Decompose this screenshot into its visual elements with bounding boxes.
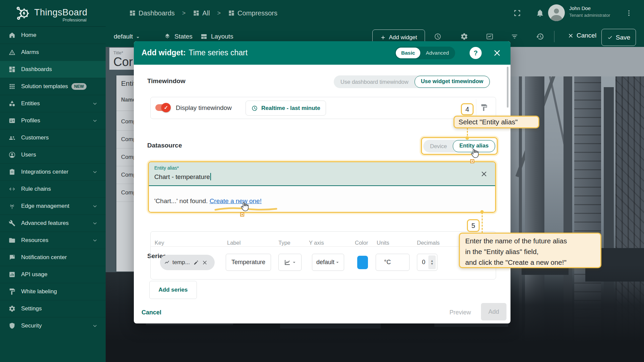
sidebar-item-solution-templates[interactable]: Solution templatesNEW: [0, 78, 106, 95]
dimmed-widget-area: [511, 47, 644, 76]
caret-down-icon: [335, 260, 340, 265]
sidebar-item-white-labeling[interactable]: White labeling: [0, 283, 106, 300]
save-button[interactable]: Save: [601, 29, 636, 46]
sidebar-item-label: Entities: [21, 100, 40, 107]
save-label: Save: [616, 34, 630, 41]
edit-pencil-icon[interactable]: [193, 259, 199, 265]
sidebar-item-label: Home: [21, 32, 36, 39]
column-color: Color: [355, 240, 368, 246]
aliases-gear-icon[interactable]: [460, 33, 468, 41]
sidebar-item-security[interactable]: Security: [0, 317, 106, 334]
series-units-input[interactable]: °C: [376, 254, 410, 271]
series-label-value: Temperature: [231, 259, 265, 266]
remove-key-icon[interactable]: [202, 260, 208, 265]
timewindow-clock-icon[interactable]: [434, 33, 442, 41]
dialog-cancel-button[interactable]: Cancel: [142, 309, 161, 316]
breadcrumb-item-dashboards[interactable]: Dashboards: [129, 9, 175, 17]
layouts-icon[interactable]: [200, 33, 208, 41]
notification-icon: [8, 254, 16, 261]
fullscreen-icon[interactable]: [513, 9, 522, 17]
states-icon[interactable]: [163, 33, 171, 41]
dialog-preview-button[interactable]: Preview: [449, 309, 471, 316]
step-5-callout: Enter the name of the future alias in th…: [459, 233, 601, 268]
brand-name: ThingsBoard: [34, 7, 88, 18]
realtime-label: Realtime - last minute: [261, 105, 320, 112]
stepper-arrows-icon[interactable]: ▲▼: [428, 255, 436, 269]
realtime-timewindow-button[interactable]: Realtime - last minute: [246, 101, 326, 116]
screen: Title* Cor Entitie Name CompreCompreComp…: [0, 0, 644, 362]
sidebar-item-home[interactable]: Home: [0, 26, 106, 44]
cancel-edit-button[interactable]: Cancel: [568, 32, 596, 39]
integrations-icon: [8, 168, 16, 176]
sidebar-item-resources[interactable]: Resources: [0, 232, 106, 249]
notifications-bell-icon[interactable]: [536, 9, 544, 17]
create-new-alias-link[interactable]: Create a new one!: [210, 197, 262, 204]
sidebar-item-label: Security: [21, 322, 42, 329]
close-dialog-icon[interactable]: [493, 49, 501, 57]
breadcrumb-label: All: [202, 9, 210, 17]
version-history-icon[interactable]: [536, 33, 544, 41]
title-field-label: Title*: [113, 50, 123, 55]
sidebar-item-customers[interactable]: Customers: [0, 129, 106, 146]
dialog-add-button-disabled[interactable]: Add: [481, 303, 506, 320]
filters-icon[interactable]: [511, 33, 519, 41]
sidebar-item-alarms[interactable]: Alarms: [0, 44, 106, 61]
entity-alias-dropdown: 'Chart...' not found. Create a new one!: [149, 186, 495, 212]
dashboard-chart-icon[interactable]: [486, 33, 494, 41]
help-icon[interactable]: ?: [470, 47, 482, 59]
breadcrumb-separator: >: [182, 10, 186, 17]
clear-field-icon[interactable]: [480, 170, 488, 178]
chevron-down-icon: [92, 322, 98, 329]
dialog-scrollbar[interactable]: [507, 67, 508, 108]
series-y-axis-select[interactable]: default: [312, 254, 344, 271]
series-color-swatch[interactable]: [357, 256, 368, 269]
profiles-icon: [8, 117, 16, 124]
tab-basic[interactable]: Basic: [396, 48, 420, 58]
use-widget-timewindow-option[interactable]: Use widget timewindow: [415, 76, 490, 88]
sidebar-item-entities[interactable]: Entities: [0, 95, 106, 112]
sidebar-item-rule-chains[interactable]: Rule chains: [0, 180, 106, 197]
sidebar-item-advanced-features[interactable]: Advanced features: [0, 215, 106, 232]
sidebar-nav: HomeAlarmsDashboardsSolution templatesNE…: [0, 26, 106, 334]
series-type-select[interactable]: [278, 254, 302, 271]
copy-style-button[interactable]: [476, 99, 492, 116]
state-select-caret-icon[interactable]: [135, 35, 141, 40]
column-key: Key: [155, 240, 164, 246]
chevron-down-icon: [92, 220, 98, 227]
sidebar-item-settings[interactable]: Settings: [0, 300, 106, 317]
close-icon: [568, 33, 574, 39]
states-button[interactable]: States: [174, 33, 193, 40]
sidebar-item-dashboards[interactable]: Dashboards: [0, 61, 106, 78]
series-key-chip[interactable]: temp...: [160, 255, 215, 270]
dashboard-group-icon: [193, 10, 200, 16]
state-select[interactable]: default: [114, 33, 133, 40]
use-dashboard-timewindow-option[interactable]: Use dashboard timewindow: [334, 76, 415, 87]
add-series-button[interactable]: Add series: [149, 281, 197, 299]
column-y-axis: Y axis: [309, 240, 324, 246]
breadcrumb-item-all[interactable]: All: [193, 9, 210, 17]
sidebar-item-edge-management[interactable]: Edge management: [0, 197, 106, 215]
sidebar-item-integrations-center[interactable]: Integrations center: [0, 163, 106, 180]
sidebar-item-notification-center[interactable]: Notification center: [0, 249, 106, 266]
user-name: John Doe: [569, 5, 591, 11]
units-value: °C: [384, 259, 391, 266]
layouts-button[interactable]: Layouts: [211, 33, 233, 40]
sidebar-item-users[interactable]: Users: [0, 146, 106, 163]
text-caret: [210, 173, 211, 180]
sidebar-item-label: Users: [21, 152, 36, 158]
entity-alias-field[interactable]: Entity alias* Chart - temperature: [149, 162, 495, 186]
tab-advanced[interactable]: Advanced: [420, 48, 454, 58]
breadcrumb-item-compressors[interactable]: Compressors: [228, 9, 277, 17]
step-4-callout: Select "Entity alias": [453, 116, 539, 128]
kebab-menu-icon[interactable]: [625, 9, 633, 17]
dialog-title: Add widget:Time series chart: [142, 48, 248, 57]
brand-logo[interactable]: ThingsBoard Professional: [0, 0, 106, 26]
series-decimals-stepper[interactable]: 0 ▲▼: [417, 254, 437, 271]
sidebar-item-api-usage[interactable]: API usage: [0, 266, 106, 283]
user-role: Tenant administrator: [569, 13, 610, 18]
sidebar-item-profiles[interactable]: Profiles: [0, 112, 106, 129]
sidebar-item-label: Alarms: [21, 49, 39, 56]
display-timewindow-toggle[interactable]: ✓: [155, 104, 169, 111]
avatar[interactable]: [548, 4, 565, 21]
series-label-input[interactable]: Temperature: [226, 254, 271, 271]
